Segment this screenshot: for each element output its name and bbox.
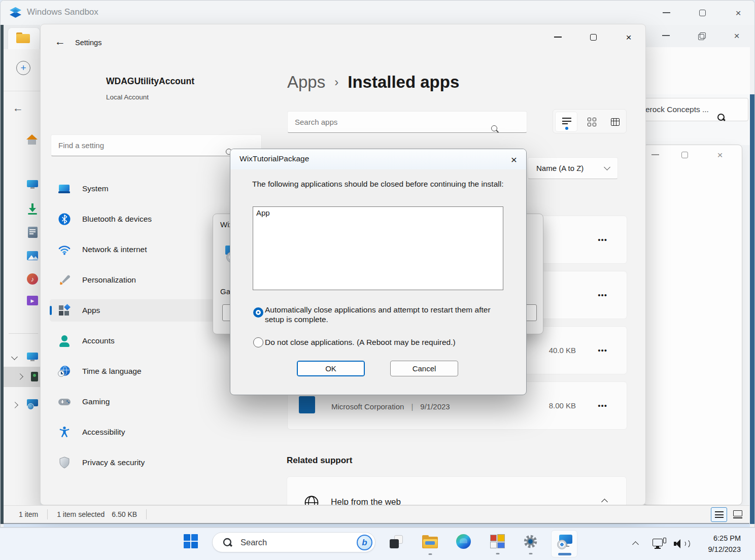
active-app-indicator (558, 553, 571, 555)
sidebar-item-label: Accessibility (82, 428, 125, 437)
sandbox-titlebar: Windows Sandbox × (1, 1, 755, 25)
sidebar-item-label: Gaming (82, 397, 110, 406)
sidebar-item-label: Bluetooth & devices (82, 215, 152, 224)
sidebar-item-label: Accounts (82, 336, 115, 345)
more-button[interactable]: ••• (598, 291, 607, 299)
ok-button-label: OK (325, 364, 336, 373)
radio-auto-close[interactable] (253, 307, 263, 318)
dialog-close-button[interactable]: × (505, 153, 523, 166)
table-view-button[interactable] (604, 112, 626, 132)
explorer-close-button[interactable]: × (728, 29, 745, 42)
file-explorer-icon[interactable] (422, 535, 438, 549)
page-title: Installed apps (348, 73, 459, 92)
listbox-item[interactable]: App (256, 208, 270, 217)
explorer-search-icon[interactable] (717, 114, 725, 121)
apps-search-icon[interactable] (491, 125, 498, 133)
app-meta: Microsoft Corporation | 9/1/2023 (331, 402, 450, 411)
list-view-button[interactable] (555, 112, 577, 132)
background-window-minimize-button[interactable] (646, 148, 664, 161)
sandbox-close-button[interactable]: × (730, 6, 747, 19)
settings-gear-icon[interactable] (523, 534, 538, 549)
explorer-back-icon[interactable]: ← (13, 102, 23, 114)
chevron-down-icon (604, 164, 610, 170)
settings-minimize-button[interactable] (549, 30, 566, 44)
background-window-maximize-button[interactable] (676, 148, 693, 161)
folder-tab-icon (16, 32, 30, 43)
this-pc-icon[interactable] (27, 353, 38, 362)
chevron-up-icon[interactable] (601, 499, 608, 505)
sidebar-item-accessibility[interactable]: Accessibility (50, 421, 265, 443)
sidebar-item-label: Personalization (82, 275, 136, 285)
ok-button[interactable]: OK (297, 361, 365, 376)
plus-icon: + (20, 63, 26, 73)
wifi-icon (58, 243, 71, 256)
windows-sandbox-icon (9, 6, 22, 19)
desktop-icon[interactable] (27, 180, 38, 189)
system-icon (58, 182, 71, 195)
explorer-search-input[interactable] (645, 105, 724, 114)
colored-tiles-app-icon[interactable] (490, 534, 505, 549)
explorer-minimize-button[interactable] (657, 29, 674, 42)
taskbar-search-box[interactable]: Search b (212, 532, 375, 552)
sandbox-window-title: Windows Sandbox (27, 7, 98, 17)
apps-icon (58, 304, 71, 317)
globe-icon (304, 495, 319, 505)
running-indicator (428, 553, 432, 555)
app-date: 9/1/2023 (420, 402, 450, 411)
apps-search-box[interactable] (287, 111, 527, 133)
cancel-button[interactable]: Cancel (390, 361, 458, 376)
documents-icon[interactable] (28, 227, 38, 238)
app-icon (299, 396, 315, 413)
icons-view-button[interactable] (730, 507, 745, 522)
help-from-web-card[interactable]: Help from the web (287, 476, 627, 505)
network-row[interactable] (4, 395, 40, 415)
edge-icon[interactable] (456, 534, 471, 549)
radio-no-close-label[interactable]: Do not close applications. (A Reboot may… (265, 338, 503, 347)
settings-close-button[interactable]: × (620, 30, 637, 44)
sidebar-item-label: Time & language (82, 367, 142, 376)
apps-search-input[interactable] (295, 118, 499, 126)
breadcrumb-parent[interactable]: Apps (287, 73, 325, 92)
applications-listbox[interactable]: App (253, 206, 503, 290)
tile-view-button[interactable] (580, 112, 603, 132)
new-tab-button[interactable]: + (16, 61, 30, 75)
this-pc-expander-icon[interactable] (11, 354, 18, 360)
windows-sandbox-taskbar-button[interactable] (551, 530, 577, 557)
settings-maximize-button[interactable] (585, 30, 602, 44)
explorer-search-box[interactable] (641, 98, 748, 121)
settings-search-input[interactable] (58, 141, 234, 150)
more-button[interactable]: ••• (598, 235, 607, 244)
tray-chevron-up-icon[interactable] (632, 541, 639, 548)
radio-auto-close-label[interactable]: Automatically close applications and att… (265, 305, 499, 324)
videos-icon[interactable]: ▶ (27, 296, 38, 305)
pictures-icon[interactable] (27, 251, 38, 260)
more-button[interactable]: ••• (598, 401, 607, 410)
bing-icon[interactable]: b (357, 535, 372, 550)
files-in-use-dialog: WixTutorialPackage × The following appli… (230, 149, 527, 395)
sidebar-item-label: Network & internet (82, 245, 147, 254)
dialog-titlebar: WixTutorialPackage × (230, 149, 527, 169)
drive-row-selected[interactable] (4, 367, 40, 387)
home-icon[interactable] (26, 134, 38, 145)
sandbox-maximize-button[interactable] (694, 6, 711, 19)
background-window-close-button[interactable]: × (711, 148, 729, 161)
network-tray-icon[interactable] (653, 538, 667, 550)
radio-no-close[interactable] (253, 337, 263, 347)
sort-dropdown[interactable]: Name (A to Z) (528, 157, 618, 179)
clock[interactable]: 6:25 PM 9/12/2023 (690, 533, 741, 555)
running-indicator (529, 553, 532, 554)
start-button[interactable] (184, 534, 198, 548)
downloads-icon[interactable] (27, 203, 38, 215)
selected-indicator (50, 306, 52, 315)
task-view-icon[interactable] (390, 535, 403, 549)
explorer-tab[interactable] (8, 27, 40, 49)
sidebar-item-privacy[interactable]: Privacy & security (50, 451, 265, 474)
more-button[interactable]: ••• (598, 346, 607, 355)
explorer-restore-button[interactable] (693, 29, 710, 42)
details-view-button[interactable] (711, 507, 727, 522)
sandbox-minimize-button[interactable] (658, 6, 675, 19)
music-icon[interactable]: ♪ (27, 273, 38, 285)
settings-back-icon[interactable]: ← (55, 36, 65, 48)
wix-label-fragment: Ga (220, 287, 230, 296)
volume-tray-icon[interactable] (674, 538, 687, 549)
